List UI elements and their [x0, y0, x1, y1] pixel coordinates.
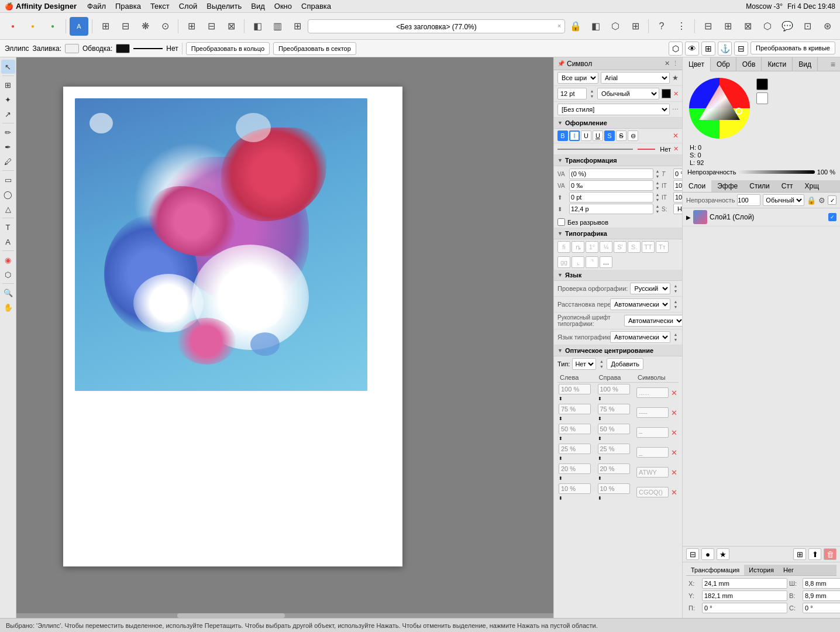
window-minimize[interactable]: ● [23, 17, 42, 36]
expand-icon[interactable]: ⊟ [734, 42, 748, 56]
hyphen-up[interactable]: ▲ [673, 299, 679, 304]
tool-node[interactable]: ⊞ [1, 78, 15, 92]
opt-sym-1[interactable] [636, 407, 669, 418]
effects-tab[interactable]: Эффе [711, 180, 743, 192]
tool-rect[interactable]: ▭ [1, 173, 15, 187]
opt-sym-4[interactable] [636, 467, 669, 478]
tab-color[interactable]: Цвет [683, 57, 711, 71]
bold-btn[interactable]: B [557, 130, 568, 141]
style-options[interactable]: ⋯ [672, 106, 679, 114]
no-breaks-check[interactable] [557, 218, 565, 226]
tool-text[interactable]: T [1, 220, 15, 234]
menu-file[interactable]: Файл [84, 2, 109, 11]
tb-view3[interactable]: ⊞ [626, 17, 645, 36]
opt-left-spin-5[interactable]: ⬍ [559, 496, 563, 501]
optical-section-header[interactable]: ▼ Оптическое центрирование [554, 345, 682, 356]
menu-select[interactable]: Выделить [203, 2, 245, 11]
opt-right-0[interactable] [598, 384, 630, 394]
tab-obr[interactable]: Обр [711, 57, 736, 71]
layer-delete[interactable]: 🗑 [824, 548, 836, 560]
tab-vid[interactable]: Вид [793, 57, 818, 71]
opt-left-spin-4[interactable]: ⬍ [559, 476, 563, 481]
script-select[interactable]: Автоматически [624, 315, 682, 327]
hyphen-down[interactable]: ▼ [673, 304, 679, 310]
align-center[interactable]: ⊟ [202, 17, 221, 36]
convert-sector-btn[interactable]: Преобразовать в сектор [273, 42, 356, 55]
opt-left-spin-2[interactable]: ⬍ [559, 436, 563, 441]
opt-right-spin-1[interactable]: ⬍ [598, 416, 602, 421]
italic-btn[interactable]: I [569, 130, 580, 141]
tb-r2[interactable]: ⊞ [718, 17, 737, 36]
strikeSS-btn[interactable]: S [616, 130, 626, 141]
layer-duplicate[interactable]: ⊞ [793, 548, 806, 560]
underline-btn[interactable]: U [581, 130, 591, 141]
opt-del-2[interactable]: ✕ [671, 428, 677, 437]
font-fav[interactable]: ★ [672, 74, 679, 82]
lang-section-header[interactable]: ▼ Язык [554, 270, 682, 281]
layer-move-up[interactable]: ⬆ [808, 548, 821, 560]
tool-fill[interactable]: ◉ [1, 253, 15, 267]
trans-tab-history[interactable]: История [744, 565, 779, 575]
tool4[interactable]: ⊙ [156, 17, 174, 36]
typo-more[interactable]: … [600, 256, 612, 268]
align-right[interactable]: ⊠ [222, 17, 240, 36]
optical-type-spin[interactable]: ▲▼ [598, 359, 604, 369]
optical-type-select[interactable]: Нет [572, 358, 596, 370]
opt-right-spin-2[interactable]: ⬍ [598, 436, 602, 441]
tf-shift-up[interactable]: ▲ [655, 192, 660, 197]
tool-zoom[interactable]: 🔍 [1, 286, 15, 300]
tf-leading-spin[interactable]: ▲▼ [655, 204, 660, 214]
font-size-up[interactable]: ▲ [589, 88, 595, 94]
opt-right-4[interactable] [598, 463, 630, 474]
font-color-swatch[interactable] [662, 89, 671, 98]
tb-view1[interactable]: ◧ [586, 17, 605, 36]
typo-frac[interactable]: ¼ [600, 241, 612, 253]
window-close[interactable]: ● [4, 17, 22, 36]
opt-left-2[interactable] [559, 424, 591, 434]
blend-mode-select[interactable]: Обычный [763, 194, 804, 206]
trans-s-input[interactable] [803, 603, 840, 613]
transform-section[interactable]: ▼ Трансформация [554, 155, 682, 166]
typo-sup[interactable]: S' [614, 241, 626, 253]
opt-del-1[interactable]: ✕ [671, 408, 677, 417]
geo-icon[interactable]: ⬡ [669, 42, 683, 56]
opt-left-5[interactable] [559, 483, 591, 494]
font-name-select[interactable]: Arial [601, 72, 670, 84]
lang-select[interactable]: Автоматически [610, 331, 670, 343]
tf-va1-down[interactable]: ▼ [655, 174, 660, 179]
typo-sub[interactable]: S. [628, 241, 641, 253]
snap-btn[interactable]: ⊟ [116, 17, 135, 36]
window-maximize[interactable]: ● [43, 17, 62, 36]
menu-view[interactable]: Вид [247, 2, 268, 11]
layer-expand[interactable]: ▶ [686, 214, 691, 221]
eye-icon[interactable]: 👁 [685, 42, 699, 56]
convert-curves-btn[interactable]: Преобразовать в кривые [751, 42, 835, 54]
tab-brush[interactable]: Кисти [762, 57, 793, 71]
tool-brush[interactable]: 🖊 [1, 154, 15, 169]
typo-ord[interactable]: 1° [586, 241, 598, 253]
opt-left-spin-1[interactable]: ⬍ [559, 416, 563, 421]
tf-va2-down[interactable]: ▼ [655, 186, 660, 191]
decoration-section[interactable]: ▼ Оформление [554, 118, 682, 129]
tool-pan[interactable]: ✋ [1, 300, 15, 314]
align-left[interactable]: ⊞ [182, 17, 201, 36]
tb-r3[interactable]: ⊠ [738, 17, 757, 36]
layer-visibility-check[interactable]: ✓ [828, 213, 836, 221]
menu-edit[interactable]: Правка [112, 2, 144, 11]
tb-r7[interactable]: ⊛ [818, 17, 836, 36]
opt-sym-5[interactable] [636, 487, 669, 497]
opt-right-spin-3[interactable]: ⬍ [598, 456, 602, 461]
tf-shift-down[interactable]: ▼ [655, 197, 660, 202]
tf-leading-input[interactable] [569, 204, 653, 214]
affinity-icon[interactable]: A [70, 17, 88, 36]
typo-fi[interactable]: fi [557, 241, 570, 253]
hscroll-thumb[interactable] [177, 613, 285, 618]
typo-tt2[interactable]: Tт [656, 241, 669, 253]
tf-va1-up[interactable]: ▲ [655, 169, 660, 174]
menu-layer[interactable]: Слой [175, 2, 201, 11]
canvas-area[interactable] [16, 57, 553, 618]
strikeS-btn[interactable]: S [604, 130, 615, 141]
layer-opacity-input[interactable] [737, 194, 760, 206]
tf-shear-select[interactable]: Нет [673, 204, 682, 214]
typo-section-header[interactable]: ▼ Типографика [554, 228, 682, 239]
